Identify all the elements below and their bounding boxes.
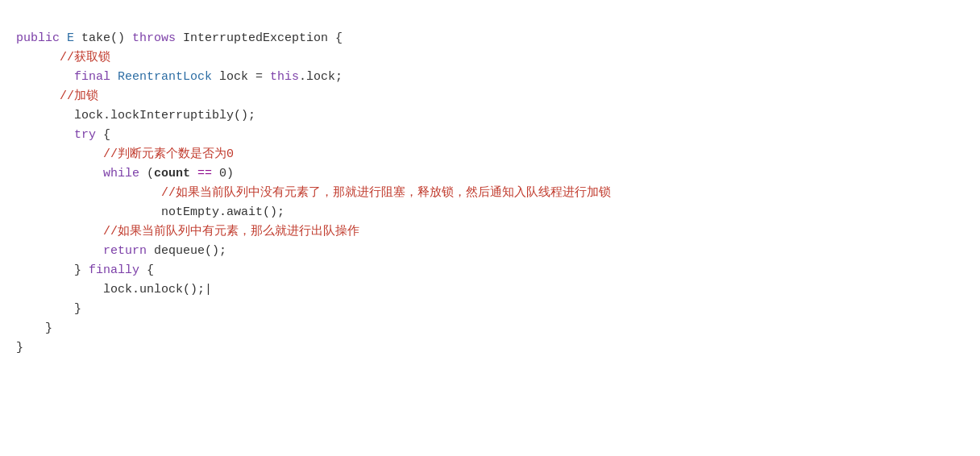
comment-1: //获取锁: [60, 51, 110, 64]
type-e: E: [67, 31, 74, 45]
keyword-throws: throws: [132, 31, 176, 45]
keyword-this: this: [270, 70, 299, 84]
var-count: count: [154, 167, 190, 180]
keyword-while: while: [103, 167, 139, 180]
code-block: public E take() throws InterruptedExcept…: [16, 10, 964, 377]
comment-3: //判断元素个数是否为0: [103, 147, 234, 161]
keyword-finally: finally: [89, 263, 139, 277]
keyword-final: final: [74, 70, 110, 84]
comment-2: //加锁: [60, 89, 98, 103]
code-container: public E take() throws InterruptedExcept…: [0, 0, 980, 456]
type-reentrantlock: ReentrantLock: [118, 70, 212, 84]
keyword-return: return: [103, 244, 147, 258]
keyword-try: try: [74, 128, 96, 142]
op-eq: ==: [197, 167, 212, 180]
comment-4: //如果当前队列中没有元素了，那就进行阻塞，释放锁，然后通知入队线程进行加锁: [161, 186, 611, 200]
comment-5: //如果当前队列中有元素，那么就进行出队操作: [103, 225, 359, 238]
keyword-public: public: [16, 31, 60, 45]
